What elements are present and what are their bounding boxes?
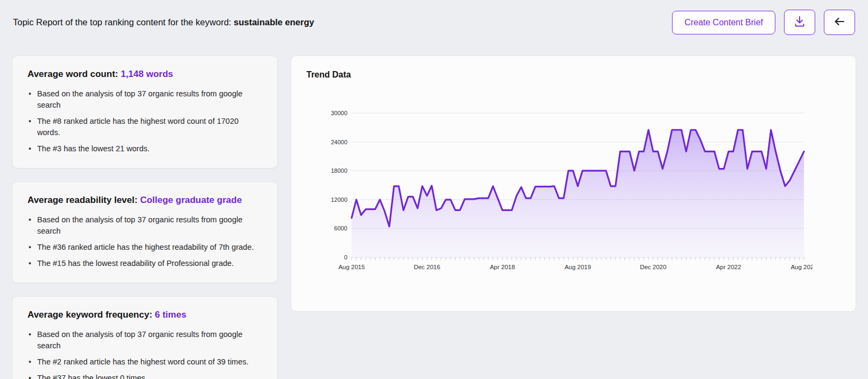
stats-column: Average word count: 1,148 words Based on…: [12, 55, 278, 379]
y-tick-label: 6000: [334, 225, 347, 231]
word-count-label: Average word count:: [27, 69, 118, 79]
arrow-left-icon: [833, 15, 846, 30]
keyword-frequency-value: 6 times: [155, 310, 187, 320]
x-tick-label: Aug 2019: [564, 264, 591, 270]
bullet-item: The #36 ranked article has the highest r…: [27, 242, 262, 253]
download-button[interactable]: [784, 10, 815, 35]
trend-data-card: Trend Data 0600012000180002400030000Aug …: [291, 55, 856, 312]
readability-card: Average readability level: College gradu…: [12, 181, 278, 283]
readability-label: Average readability level:: [27, 195, 137, 205]
bullet-item: Based on the analysis of top 37 organic …: [27, 88, 262, 111]
trend-chart: 0600012000180002400030000Aug 2015Dec 201…: [323, 107, 841, 282]
word-count-title: Average word count: 1,148 words: [27, 69, 262, 80]
x-tick-label: Aug 2015: [338, 264, 365, 270]
y-tick-label: 12000: [331, 196, 347, 203]
back-button[interactable]: [824, 10, 855, 35]
bullet-item: The #15 has the lowest readability of Pr…: [27, 258, 262, 269]
bullet-item: The #8 ranked article has the highest wo…: [27, 116, 262, 138]
bullet-item: Based on the analysis of top 37 organic …: [27, 329, 262, 352]
main-content: Average word count: 1,148 words Based on…: [0, 43, 868, 379]
keyword-frequency-title: Average keyword frequency: 6 times: [27, 310, 262, 320]
bullet-item: The #2 ranked article has the highest wo…: [27, 356, 262, 368]
download-icon: [793, 15, 806, 30]
word-count-card: Average word count: 1,148 words Based on…: [12, 55, 278, 169]
readability-title: Average readability level: College gradu…: [27, 195, 262, 206]
x-tick-label: Apr 2022: [716, 264, 741, 270]
page-title-prefix: Topic Report of the top ranking content …: [13, 17, 234, 27]
header-actions: Create Content Brief: [672, 10, 855, 35]
x-tick-label: Apr 2018: [490, 264, 515, 270]
page-header: Topic Report of the top ranking content …: [0, 0, 868, 43]
x-tick-label: Dec 2016: [414, 264, 440, 270]
y-tick-label: 24000: [331, 139, 347, 145]
trend-area: [352, 130, 804, 257]
bullet-item: Based on the analysis of top 37 organic …: [27, 214, 262, 237]
page-title: Topic Report of the top ranking content …: [13, 17, 314, 27]
word-count-value: 1,148 words: [121, 69, 173, 79]
keyword-frequency-label: Average keyword frequency:: [27, 310, 152, 320]
readability-value: College graduate grade: [140, 195, 242, 205]
word-count-bullets: Based on the analysis of top 37 organic …: [27, 88, 262, 155]
y-tick-label: 30000: [331, 110, 347, 116]
keyword-frequency-card: Average keyword frequency: 6 times Based…: [12, 296, 278, 379]
bullet-item: The #3 has the lowest 21 words.: [27, 143, 262, 155]
x-tick-label: Aug 2023: [790, 264, 813, 270]
keyword-frequency-bullets: Based on the analysis of top 37 organic …: [27, 329, 262, 379]
trend-data-title: Trend Data: [306, 70, 841, 80]
readability-bullets: Based on the analysis of top 37 organic …: [27, 214, 262, 269]
bullet-item: The #37 has the lowest 0 times.: [27, 373, 262, 379]
x-tick-label: Dec 2020: [640, 264, 666, 270]
keyword-text: sustainable energy: [234, 17, 314, 27]
y-tick-label: 18000: [331, 167, 347, 174]
create-content-brief-button[interactable]: Create Content Brief: [672, 11, 775, 34]
y-tick-label: 0: [344, 254, 347, 261]
trend-chart-svg: 0600012000180002400030000Aug 2015Dec 201…: [323, 107, 813, 280]
